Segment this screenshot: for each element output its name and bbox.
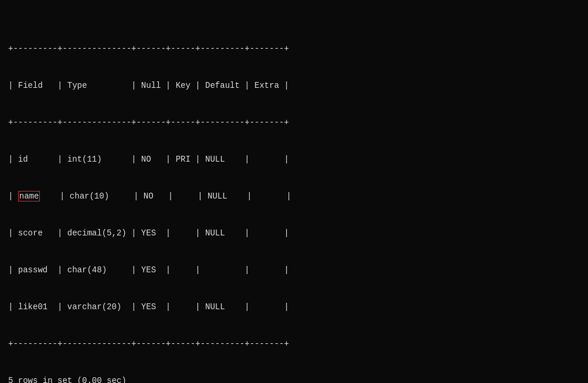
- table-border-2: +---------+--------------+------+-----+-…: [8, 117, 580, 129]
- table-row-score-1: | score | decimal(5,2) | YES | | NULL | …: [8, 227, 580, 240]
- terminal-window: +---------+--------------+------+-----+-…: [8, 6, 580, 383]
- table-row-name: | name | char(10) | NO | | NULL | |: [8, 190, 580, 203]
- table-header-1: | Field | Type | Null | Key | Default | …: [8, 80, 580, 92]
- result-rows-1: 5 rows in set (0.00 sec): [8, 375, 580, 383]
- table-row-like01-1: | like01 | varchar(20) | YES | | NULL | …: [8, 301, 580, 313]
- table-row-passwd-1: | passwd | char(48) | YES | | | |: [8, 264, 580, 276]
- table-border-1: +---------+--------------+------+-----+-…: [8, 43, 580, 55]
- table-row-id-1: | id | int(11) | NO | PRI | NULL | |: [8, 153, 580, 166]
- table-border-3: +---------+--------------+------+-----+-…: [8, 338, 580, 350]
- name-highlight: name: [18, 191, 40, 201]
